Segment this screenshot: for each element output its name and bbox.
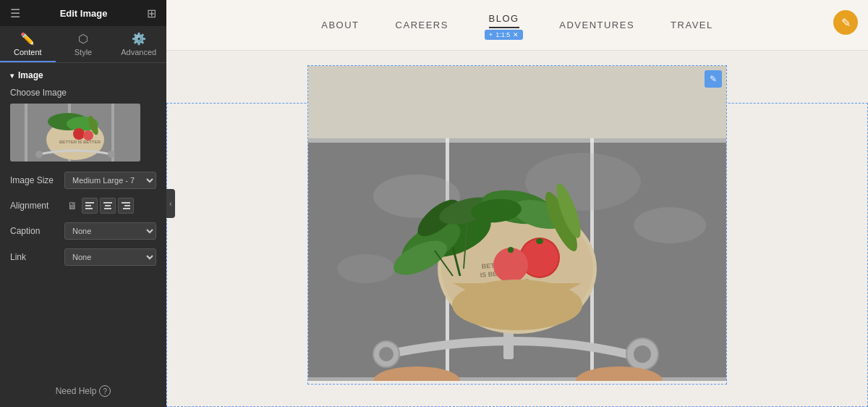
svg-point-60 [493, 248, 528, 282]
help-icon: ? [99, 385, 111, 397]
svg-rect-13 [85, 202, 94, 204]
alignment-row: Alignment 🖥 [10, 198, 156, 214]
content-tab-label: Content [14, 48, 42, 56]
image-preview[interactable]: BETTER IS BETTER [10, 104, 140, 161]
tab-content[interactable]: ✏️ Content [0, 26, 56, 62]
need-help-section[interactable]: Need Help ? [0, 375, 166, 407]
svg-rect-16 [103, 202, 112, 204]
svg-rect-18 [104, 208, 111, 209]
svg-point-12 [108, 151, 115, 158]
nav-item-blog[interactable]: BLOG [489, 10, 519, 28]
svg-rect-25 [308, 138, 726, 143]
image-section-header[interactable]: ▾ Image [0, 63, 166, 88]
preview-svg: BETTER IS BETTER [10, 104, 140, 161]
svg-point-9 [83, 130, 93, 140]
panel-header: ☰ Edit Image ⊞ [0, 0, 166, 26]
svg-text:BETTER IS BETTER: BETTER IS BETTER [59, 140, 101, 144]
svg-rect-20 [124, 205, 130, 206]
svg-rect-14 [85, 205, 91, 206]
svg-rect-19 [122, 202, 130, 204]
panel-tabs: ✏️ Content ⬡ Style ⚙️ Advanced [0, 26, 166, 63]
svg-point-59 [536, 238, 543, 244]
monitor-icon: 🖥 [67, 200, 77, 211]
pencil-icon: ✎ [841, 16, 851, 30]
nav-item-blog-wrapper: BLOG + 1:1:5 ✕ [485, 10, 523, 40]
collapse-handle[interactable]: ‹ [166, 189, 175, 218]
nav-item-about[interactable]: ABOUT [321, 17, 359, 33]
image-size-label: Image Size [10, 175, 64, 185]
alignment-label: Alignment [10, 201, 64, 211]
nav-item-adventures[interactable]: ADVENTURES [559, 17, 634, 33]
left-panel: ☰ Edit Image ⊞ ✏️ Content ⬡ Style ⚙️ Adv… [0, 0, 166, 407]
need-help-label: Need Help [56, 386, 97, 396]
content-tab-icon: ✏️ [20, 32, 35, 46]
image-size-select[interactable]: Medium Large - 7 [64, 172, 156, 189]
image-selection-wrapper: BETTER IS BETTER IS BETTER IS [307, 65, 727, 385]
nav-item-travel[interactable]: TRAVEL [671, 17, 713, 33]
pencil-top-right[interactable]: ✎ [833, 10, 858, 35]
plus-icon: + [489, 31, 493, 38]
svg-rect-1 [25, 104, 27, 161]
tab-style[interactable]: ⬡ Style [56, 26, 111, 62]
choose-image-label: Choose Image [10, 88, 156, 98]
grid-icon[interactable]: ⊞ [147, 7, 156, 20]
image-size-row: Image Size Medium Large - 7 [10, 172, 156, 189]
caption-row: Caption None [10, 222, 156, 240]
align-left-button[interactable] [82, 198, 98, 214]
link-label: Link [10, 252, 64, 262]
section-label: Image [18, 70, 43, 80]
svg-rect-21 [123, 208, 130, 209]
svg-point-8 [73, 128, 85, 140]
svg-point-36 [634, 345, 651, 363]
align-center-button[interactable] [100, 198, 116, 214]
svg-point-61 [508, 247, 514, 253]
svg-rect-28 [308, 377, 726, 381]
svg-point-32 [337, 254, 395, 283]
caption-label: Caption [10, 226, 64, 236]
style-tab-icon: ⬡ [78, 32, 88, 46]
image-edit-icon[interactable]: ✎ [705, 70, 722, 88]
align-right-icon [122, 202, 130, 209]
nav-item-careers[interactable]: CAREERS [396, 17, 448, 33]
align-right-button[interactable] [118, 198, 134, 214]
canvas-area: BETTER IS BETTER IS BETTER IS [166, 51, 868, 407]
hamburger-icon[interactable]: ☰ [10, 7, 20, 20]
align-buttons [82, 198, 134, 214]
link-select[interactable]: None [64, 248, 156, 266]
main-image-svg[interactable]: BETTER IS BETTER IS BETTER IS [308, 66, 726, 381]
advanced-tab-label: Advanced [121, 48, 156, 56]
svg-point-11 [35, 151, 43, 158]
svg-point-34 [379, 347, 393, 361]
form-content: Choose Image BETTER IS BETTER [0, 88, 166, 375]
badge-close-icon[interactable]: ✕ [513, 31, 519, 38]
selected-badge: + 1:1:5 ✕ [485, 30, 523, 40]
style-tab-label: Style [75, 48, 92, 56]
align-left-icon [85, 202, 94, 209]
align-center-icon [103, 202, 112, 209]
svg-rect-15 [85, 208, 93, 209]
panel-title: Edit Image [60, 8, 108, 19]
section-arrow-icon: ▾ [10, 72, 14, 80]
top-nav: ABOUT CAREERS BLOG + 1:1:5 ✕ ADVENTURES … [166, 0, 868, 51]
edit-pencil-icon: ✎ [710, 74, 717, 84]
svg-rect-17 [105, 205, 111, 206]
svg-point-31 [634, 207, 706, 243]
main-area: ABOUT CAREERS BLOG + 1:1:5 ✕ ADVENTURES … [166, 0, 868, 407]
link-row: Link None [10, 248, 156, 266]
advanced-tab-icon: ⚙️ [132, 32, 146, 46]
badge-label: 1:1:5 [495, 31, 510, 38]
caption-select[interactable]: None [64, 222, 156, 240]
tab-advanced[interactable]: ⚙️ Advanced [111, 26, 166, 62]
